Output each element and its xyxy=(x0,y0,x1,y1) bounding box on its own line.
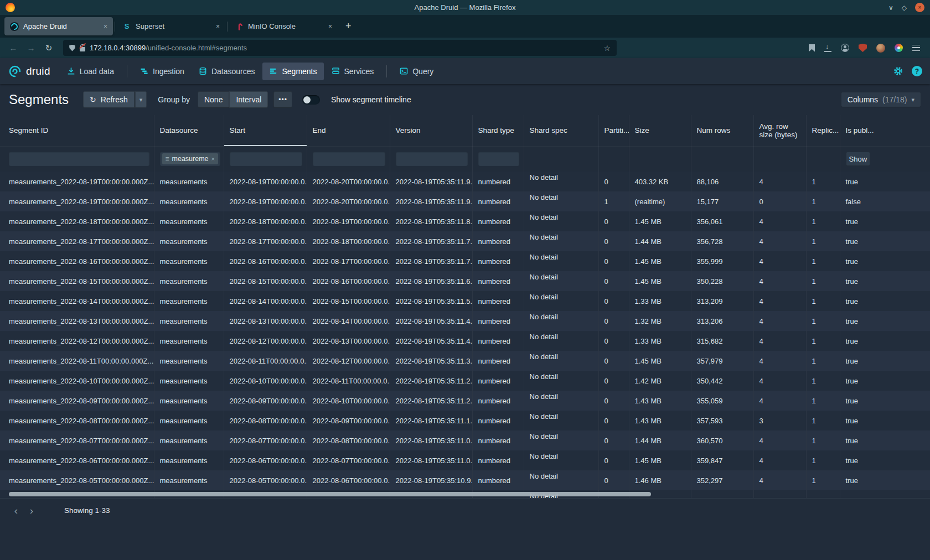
cell-id: measurements_2022-08-09T00:00:00.000Z... xyxy=(0,391,154,411)
filter-input-datasource[interactable]: ≡measureme× xyxy=(160,152,220,166)
back-icon[interactable]: ← xyxy=(7,43,20,53)
cell-avg_row_size: 4 xyxy=(753,431,806,450)
cell-shard_type: numbered xyxy=(472,391,524,411)
cell-shard_spec: No detail xyxy=(524,291,598,311)
filter-input-end[interactable] xyxy=(313,152,385,166)
previous-page-icon[interactable]: ‹ xyxy=(10,505,22,516)
druid-logo[interactable]: druid xyxy=(8,64,50,79)
cell-end: 2022-08-10T00:00:00.0... xyxy=(307,391,390,411)
cell-is_published: true xyxy=(840,211,930,231)
hamburger-menu-icon[interactable] xyxy=(912,45,920,51)
cell-shard_type: numbered xyxy=(472,450,524,470)
col-header-end[interactable]: End xyxy=(307,115,390,146)
insecure-lock-icon[interactable] xyxy=(80,47,85,51)
cell-shard_spec: No detail xyxy=(524,231,598,251)
columns-button[interactable]: Columns (17/18) ▾ xyxy=(841,92,921,107)
cell-size: 1.45 MB xyxy=(629,251,691,271)
minimize-icon[interactable]: ∨ xyxy=(888,4,893,11)
cell-partition: 0 xyxy=(598,311,629,331)
tab-separator xyxy=(115,22,115,32)
more-options-button[interactable]: ••• xyxy=(273,91,292,108)
nav-item-query[interactable]: Query xyxy=(393,63,440,80)
cell-start: 2022-08-16T00:00:00.0... xyxy=(224,251,307,271)
cell-datasource: measurements xyxy=(154,450,224,470)
forward-icon[interactable]: → xyxy=(24,43,38,53)
cell-num_rows: 350,228 xyxy=(691,271,753,291)
profile-avatar[interactable] xyxy=(876,44,885,53)
close-icon[interactable]: × xyxy=(915,3,924,12)
tracking-protection-shield-icon[interactable] xyxy=(69,45,75,51)
group-by-button-group: None Interval xyxy=(198,91,268,108)
col-header-version[interactable]: Version xyxy=(390,115,472,146)
refresh-menu-button[interactable]: ▾ xyxy=(135,91,147,108)
col-header-start[interactable]: Start xyxy=(224,115,307,146)
tab-close-icon[interactable]: × xyxy=(104,23,107,30)
nav-item-segments[interactable]: Segments xyxy=(262,63,323,80)
tab-apache-druid[interactable]: Apache Druid × xyxy=(4,17,113,35)
cell-id: measurements_2022-08-07T00:00:00.000Z... xyxy=(0,431,154,450)
table-row: measurements_2022-08-12T00:00:00.000Z...… xyxy=(0,331,930,351)
tab-close-icon[interactable]: × xyxy=(328,23,332,30)
col-header-num_rows[interactable]: Num rows xyxy=(691,115,753,146)
group-by-none-button[interactable]: None xyxy=(198,91,229,108)
group-by-interval-button[interactable]: Interval xyxy=(229,91,268,108)
ingestion-icon xyxy=(140,67,148,75)
next-page-icon[interactable]: › xyxy=(25,505,38,516)
cell-id: measurements_2022-08-14T00:00:00.000Z... xyxy=(0,291,154,311)
tab-title: Apache Druid xyxy=(23,22,99,30)
cell-size: 1.43 MB xyxy=(629,411,691,431)
downloads-icon[interactable] xyxy=(824,44,831,52)
maximize-icon[interactable]: ◇ xyxy=(902,4,907,11)
account-icon[interactable] xyxy=(841,44,849,52)
help-icon[interactable]: ? xyxy=(912,66,922,76)
col-header-shard_type[interactable]: Shard type xyxy=(472,115,524,146)
nav-item-load-data[interactable]: Load data xyxy=(60,63,121,80)
filter-input-id[interactable] xyxy=(9,152,149,166)
druid-favicon xyxy=(10,22,19,31)
reload-icon[interactable]: ↻ xyxy=(42,43,55,53)
refresh-button[interactable]: ↻ Refresh xyxy=(83,91,135,108)
table-header-row: Segment IDDatasourceStartEndVersionShard… xyxy=(0,115,930,146)
show-filter-button[interactable]: Show xyxy=(846,152,870,166)
cell-shard_type: numbered xyxy=(472,251,524,271)
browser-toolbar: ← → ↻ 172.18.0.4:30899/unified-console.h… xyxy=(0,38,930,58)
col-header-is_published[interactable]: Is publ... xyxy=(840,115,930,146)
nav-item-services[interactable]: Services xyxy=(325,63,381,80)
url-bar[interactable]: 172.18.0.4:30899/unified-console.html#se… xyxy=(63,40,617,56)
cell-start: 2022-08-19T00:00:00.0... xyxy=(224,191,307,211)
settings-gear-icon[interactable] xyxy=(893,66,903,76)
horizontal-scrollbar[interactable] xyxy=(9,492,651,496)
col-header-shard_spec[interactable]: Shard spec xyxy=(524,115,598,146)
segment-timeline-toggle[interactable] xyxy=(302,95,320,105)
cell-start: 2022-08-08T00:00:00.0... xyxy=(224,411,307,431)
refresh-icon: ↻ xyxy=(90,95,96,104)
datasource-filter-tag[interactable]: ≡measureme× xyxy=(162,153,218,164)
table-row: measurements_2022-08-09T00:00:00.000Z...… xyxy=(0,391,930,411)
filter-input-version[interactable] xyxy=(396,152,468,166)
cell-start: 2022-08-06T00:00:00.0... xyxy=(224,450,307,470)
nav-item-ingestion[interactable]: Ingestion xyxy=(133,63,191,80)
col-header-avg_row_size[interactable]: Avg. row size (bytes) xyxy=(753,115,806,146)
filter-input-shard_type[interactable] xyxy=(478,152,519,166)
col-header-partition[interactable]: Partiti... xyxy=(598,115,629,146)
new-tab-button[interactable]: + xyxy=(345,20,352,32)
col-header-id[interactable]: Segment ID xyxy=(0,115,154,146)
cell-is_published: true xyxy=(840,251,930,271)
tab-superset[interactable]: S Superset × xyxy=(117,17,225,35)
filter-cell-shard_spec xyxy=(524,146,598,172)
bookmark-star-icon[interactable]: ☆ xyxy=(603,44,611,53)
filter-input-start[interactable] xyxy=(230,152,302,166)
extension-icon[interactable] xyxy=(895,44,903,52)
col-header-size[interactable]: Size xyxy=(629,115,691,146)
tab-minio-console[interactable]: MinIO Console × xyxy=(229,17,338,35)
ublock-extension-icon[interactable] xyxy=(859,44,867,52)
cell-shard_type: numbered xyxy=(472,411,524,431)
col-header-replication[interactable]: Replic... xyxy=(806,115,840,146)
tab-close-icon[interactable]: × xyxy=(216,23,220,30)
cell-num_rows xyxy=(691,490,753,498)
pocket-icon[interactable] xyxy=(809,44,815,52)
remove-filter-icon[interactable]: × xyxy=(211,155,215,162)
cell-datasource: measurements xyxy=(154,391,224,411)
nav-item-datasources[interactable]: Datasources xyxy=(192,63,262,80)
col-header-datasource[interactable]: Datasource xyxy=(154,115,224,146)
